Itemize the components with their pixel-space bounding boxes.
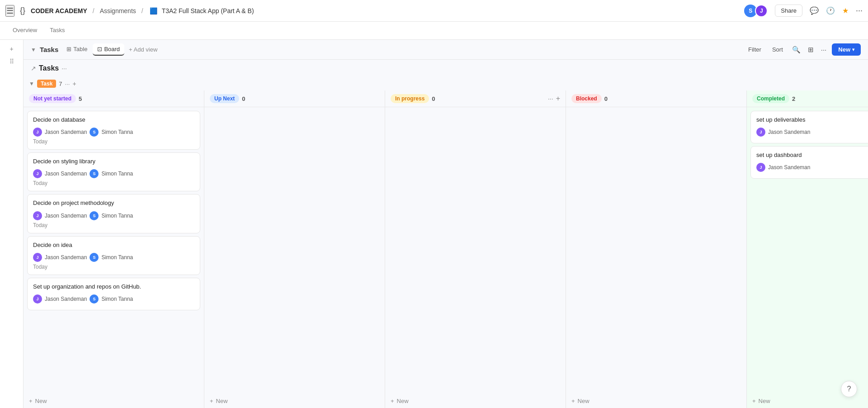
col-more-icon[interactable]: ··· — [548, 95, 553, 102]
tasks-collapse-icon[interactable]: ▼ — [31, 47, 36, 53]
tab-tasks[interactable]: Tasks — [44, 24, 70, 37]
brand-name: CODER ACADEMY — [31, 7, 87, 14]
new-item-icon: + — [210, 398, 213, 404]
filter-button[interactable]: Filter — [745, 44, 765, 55]
count-completed: 2 — [792, 95, 795, 102]
avatar-s: S — [90, 294, 99, 304]
card-date: Today — [33, 222, 194, 228]
assignee-jason: Jason Sandeman — [45, 213, 87, 219]
avatar-j: J — [33, 253, 42, 262]
sort-button[interactable]: Sort — [769, 44, 787, 55]
new-item-icon: + — [391, 398, 394, 404]
card-title: Decide on project methodology — [33, 199, 194, 207]
card-title: Decide on styling library — [33, 157, 194, 166]
card-decide-database[interactable]: Decide on database J Jason Sandeman S Si… — [27, 111, 200, 150]
assignments-link[interactable]: Assignments — [100, 7, 136, 14]
assignee-simon: Simon Tanna — [101, 129, 133, 135]
card-meta: J Jason Sandeman S Simon Tanna — [33, 253, 194, 262]
tasks-expand-link[interactable]: ↗ — [31, 65, 36, 72]
badge-completed: Completed — [752, 94, 789, 103]
more-toolbar-button[interactable]: ··· — [819, 44, 829, 55]
assignee-jason: Jason Sandeman — [45, 254, 87, 261]
new-item-blocked[interactable]: + New — [566, 394, 746, 408]
nav-actions: Share 💬 🕐 ★ ··· — [775, 5, 863, 17]
add-view-button[interactable]: + Add view — [125, 44, 161, 55]
task-type-count: 7 — [59, 81, 62, 87]
tab-table[interactable]: ⊞ Table — [62, 43, 92, 56]
hamburger-icon[interactable]: ☰ — [5, 5, 14, 17]
new-item-label: New — [759, 398, 770, 404]
avatar-s: S — [90, 128, 99, 137]
drag-handle-icon[interactable]: ⠿ — [4, 56, 19, 67]
page-title: T3A2 Full Stack App (Part A & B) — [162, 7, 254, 14]
column-up-next: Up Next 0 + New — [204, 90, 385, 408]
tasks-main-label: Tasks — [39, 64, 59, 72]
assignee-jason: Jason Sandeman — [45, 296, 87, 302]
new-item-up-next[interactable]: + New — [204, 394, 385, 408]
new-item-not-started[interactable]: + New — [24, 394, 204, 408]
card-title: set up dashboard — [756, 151, 868, 159]
column-blocked: Blocked 0 + New — [566, 90, 747, 408]
new-item-icon: + — [571, 398, 575, 404]
board-tab-label: Board — [104, 46, 120, 52]
assignee-jason: Jason Sandeman — [768, 129, 810, 135]
help-button[interactable]: ? — [841, 381, 857, 397]
nav-separator: / — [93, 7, 94, 14]
top-nav: ☰ {} CODER ACADEMY / Assignments / 🟦 T3A… — [0, 0, 868, 22]
share-button[interactable]: Share — [775, 5, 802, 17]
card-github[interactable]: Set up organization and repos on GitHub.… — [27, 278, 200, 310]
badge-blocked: Blocked — [571, 94, 602, 103]
card-date: Today — [33, 180, 194, 186]
tasks-options-icon[interactable]: ··· — [61, 65, 67, 72]
comment-icon[interactable]: 💬 — [810, 6, 819, 15]
avatar-j: J — [33, 294, 42, 304]
card-styling-library[interactable]: Decide on styling library J Jason Sandem… — [27, 152, 200, 191]
user-avatars: S J — [744, 5, 768, 17]
new-item-icon: + — [752, 398, 756, 404]
more-options-icon[interactable]: ··· — [856, 6, 863, 15]
card-date: Today — [33, 264, 194, 270]
count-not-yet-started: 5 — [79, 95, 82, 102]
new-item-label: New — [35, 398, 47, 404]
board-area: Not yet started 5 Decide on database J J… — [24, 90, 868, 408]
task-type-add-icon[interactable]: + — [72, 80, 76, 87]
cards-up-next — [204, 107, 385, 394]
avatar-jason[interactable]: J — [755, 5, 768, 17]
tab-overview[interactable]: Overview — [7, 24, 42, 37]
card-meta: J Jason Sandeman S Simon Tanna — [33, 211, 194, 220]
card-title: set up deliverables — [756, 116, 868, 124]
card-deliverables[interactable]: set up deliverables J Jason Sandeman — [750, 111, 868, 143]
task-type-more-icon[interactable]: ··· — [65, 81, 70, 87]
tasks-section-header: ↗ Tasks ··· — [24, 60, 868, 77]
count-blocked: 0 — [604, 95, 608, 102]
new-item-label: New — [216, 398, 228, 404]
tab-board[interactable]: ⊡ Board — [93, 43, 124, 56]
grid-options-button[interactable]: ⊞ — [806, 44, 816, 56]
badge-in-progress: In progress — [391, 94, 429, 103]
new-item-in-progress[interactable]: + New — [385, 394, 566, 408]
task-type-collapse-icon[interactable]: ▼ — [29, 81, 34, 87]
new-button[interactable]: New ▾ — [832, 43, 861, 56]
cards-blocked — [566, 107, 746, 394]
card-meta: J Jason Sandeman S Simon Tanna — [33, 294, 194, 304]
avatar-s: S — [90, 169, 99, 178]
card-idea[interactable]: Decide on idea J Jason Sandeman S Simon … — [27, 236, 200, 275]
view-tabs: ⊞ Table ⊡ Board + Add view — [62, 43, 161, 56]
assignee-jason: Jason Sandeman — [45, 129, 87, 135]
search-button[interactable]: 🔍 — [790, 44, 802, 56]
column-in-progress: In progress 0 ··· + + New — [385, 90, 566, 408]
table-icon: ⊞ — [66, 46, 71, 52]
new-item-icon: + — [29, 398, 33, 404]
col-add-icon[interactable]: + — [556, 95, 560, 103]
card-dashboard[interactable]: set up dashboard J Jason Sandeman — [750, 146, 868, 179]
history-icon[interactable]: 🕐 — [826, 6, 835, 15]
star-icon[interactable]: ★ — [842, 6, 849, 15]
avatar-s: S — [90, 211, 99, 220]
tasks-section-label: Tasks — [40, 46, 58, 53]
avatar-j: J — [33, 211, 42, 220]
card-title: Decide on database — [33, 116, 194, 124]
card-methodology[interactable]: Decide on project methodology J Jason Sa… — [27, 194, 200, 233]
avatar-s: S — [90, 253, 99, 262]
col-header-completed: Completed 2 — [747, 90, 868, 107]
add-section-icon[interactable]: + — [4, 43, 19, 54]
